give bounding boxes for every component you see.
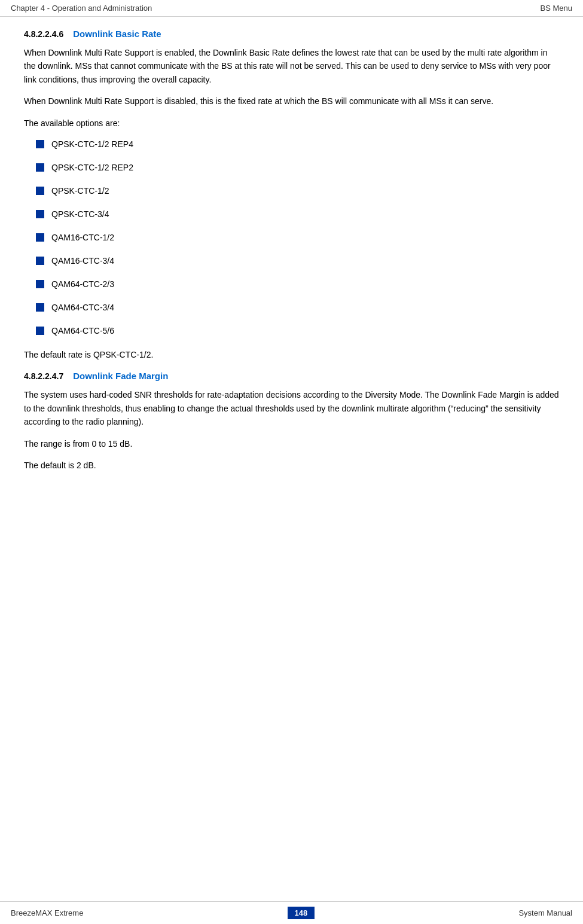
bullet-icon (36, 210, 44, 218)
list-item-text: QAM64-CTC-3/4 (51, 301, 114, 314)
section-2-para2: The range is from 0 to 15 dB. (24, 437, 559, 450)
section-2-number: 4.8.2.2.4.7 (24, 371, 63, 381)
bullet-icon (36, 140, 44, 148)
bullet-icon (36, 233, 44, 242)
section-1-para3: The available options are: (24, 117, 559, 130)
list-item: QPSK-CTC-3/4 (36, 208, 559, 221)
page-number: 148 (288, 907, 315, 919)
list-item: QPSK-CTC-1/2 REP4 (36, 138, 559, 151)
footer-left: BreezeMAX Extreme (11, 908, 83, 917)
list-item: QAM64-CTC-2/3 (36, 278, 559, 291)
section-1-para1: When Downlink Multi Rate Support is enab… (24, 46, 559, 86)
list-item: QPSK-CTC-1/2 REP2 (36, 161, 559, 174)
bullet-icon (36, 257, 44, 265)
main-content: 4.8.2.2.4.6 Downlink Basic Rate When Dow… (0, 17, 583, 517)
section-1-body: When Downlink Multi Rate Support is enab… (24, 46, 559, 361)
section-1-para2: When Downlink Multi Rate Support is disa… (24, 94, 559, 108)
list-item-text: QAM16-CTC-1/2 (51, 231, 114, 244)
list-item: QAM64-CTC-5/6 (36, 325, 559, 337)
list-item: QPSK-CTC-1/2 (36, 185, 559, 197)
section-2-body: The system uses hard-coded SNR threshold… (24, 388, 559, 472)
list-item-text: QPSK-CTC-1/2 REP4 (51, 138, 133, 151)
header-right: BS Menu (541, 4, 572, 13)
section-1-default: The default rate is QPSK-CTC-1/2. (24, 348, 559, 361)
list-item-text: QAM64-CTC-2/3 (51, 278, 114, 291)
bullet-list: QPSK-CTC-1/2 REP4QPSK-CTC-1/2 REP2QPSK-C… (36, 138, 559, 337)
bullet-icon (36, 303, 44, 312)
list-item-text: QPSK-CTC-3/4 (51, 208, 109, 221)
bullet-icon (36, 327, 44, 335)
section-1-heading: 4.8.2.2.4.6 Downlink Basic Rate (24, 29, 559, 39)
section-2-title: Downlink Fade Margin (73, 371, 168, 381)
bullet-icon (36, 187, 44, 195)
list-item: QAM64-CTC-3/4 (36, 301, 559, 314)
list-item-text: QPSK-CTC-1/2 (51, 185, 109, 197)
header-bar: Chapter 4 - Operation and Administration… (0, 0, 583, 17)
list-item-text: QAM64-CTC-5/6 (51, 325, 114, 337)
list-item-text: QAM16-CTC-3/4 (51, 255, 114, 267)
section-1-title: Downlink Basic Rate (73, 29, 161, 39)
section-2-heading: 4.8.2.2.4.7 Downlink Fade Margin (24, 371, 559, 381)
list-item: QAM16-CTC-1/2 (36, 231, 559, 244)
footer-right: System Manual (518, 908, 572, 917)
list-item-text: QPSK-CTC-1/2 REP2 (51, 161, 133, 174)
bullet-icon (36, 163, 44, 172)
header-left: Chapter 4 - Operation and Administration (11, 4, 152, 13)
footer-bar: BreezeMAX Extreme 148 System Manual (0, 901, 583, 924)
section-2-para3: The default is 2 dB. (24, 459, 559, 472)
bullet-icon (36, 280, 44, 288)
section-2-para1: The system uses hard-coded SNR threshold… (24, 388, 559, 428)
section-1-number: 4.8.2.2.4.6 (24, 29, 63, 39)
list-item: QAM16-CTC-3/4 (36, 255, 559, 267)
